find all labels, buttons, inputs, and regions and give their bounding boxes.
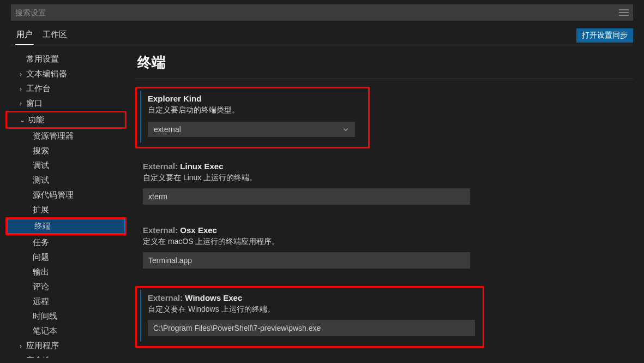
highlight-windows-exec: External: Windows Exec 自定义要在 Windows 上运行… [135,286,484,348]
sidebar-item-label: 窗口 [26,98,43,109]
sidebar-item-notebook[interactable]: 笔记本 [0,324,130,338]
setting-prefix: External: [143,225,180,235]
setting-title: External: Linux Exec [143,162,628,171]
search-input[interactable] [15,8,619,17]
setting-desc: 自定义要在 Windows 上运行的终端。 [148,305,474,314]
sidebar-item-search[interactable]: 搜索 [0,144,130,158]
sidebar-item-features[interactable]: ⌄ 功能 [7,112,125,127]
setting-title: External: Osx Exec [143,225,628,235]
sidebar-item-tasks[interactable]: 任务 [0,235,130,250]
sidebar-item-label: 工作台 [26,84,51,94]
setting-title: External: Windows Exec [148,293,474,302]
chevron-right-icon: › [16,357,25,359]
settings-sidebar: 常用设置 › 文本编辑器 › 工作台 › 窗口 ⌄ 功能 资源管理器 搜索 调试… [0,45,130,358]
chevron-down-icon: ⌄ [18,116,27,124]
sidebar-item-problems[interactable]: 问题 [0,250,130,265]
dropdown-value: external [154,125,181,134]
hamburger-icon[interactable] [619,9,629,16]
setting-name: Windows Exec [185,293,242,302]
sidebar-item-comments[interactable]: 评论 [0,279,130,294]
setting-osx-exec: External: Osx Exec 定义在 macOS 上运行的终端应用程序。 [135,222,633,274]
settings-content: 终端 Explorer Kind 自定义要启动的终端类型。 external E… [130,45,644,358]
setting-explorer-kind: Explorer Kind 自定义要启动的终端类型。 external [140,91,365,142]
settings-scope-tabs: 用户 工作区 打开设置同步 [15,26,633,45]
osx-exec-input[interactable] [143,252,470,269]
highlight-features: ⌄ 功能 [5,111,127,129]
sidebar-item-window[interactable]: › 窗口 [0,96,130,111]
setting-name: Explorer Kind [148,94,201,103]
title-underline [135,79,633,79]
chevron-right-icon: › [16,85,25,93]
sidebar-item-text-editor[interactable]: › 文本编辑器 [0,67,130,81]
chevron-right-icon: › [16,100,25,108]
open-settings-sync-button[interactable]: 打开设置同步 [576,28,633,43]
setting-windows-exec: External: Windows Exec 自定义要在 Windows 上运行… [140,290,479,342]
sidebar-item-common[interactable]: 常用设置 [0,52,130,67]
sidebar-item-test[interactable]: 测试 [0,173,130,188]
sidebar-item-extensions[interactable]: 扩展 [0,203,130,217]
sidebar-item-application[interactable]: › 应用程序 [0,338,130,353]
sidebar-item-debug[interactable]: 调试 [0,158,130,173]
sidebar-item-label: 功能 [28,115,44,125]
setting-prefix: External: [143,162,180,171]
setting-desc: 定义在 macOS 上运行的终端应用程序。 [143,237,628,247]
sidebar-item-output[interactable]: 输出 [0,265,130,279]
page-title: 终端 [137,53,633,72]
sidebar-item-resource-manager[interactable]: 资源管理器 [0,129,130,144]
setting-desc: 自定义要在 Linux 上运行的终端。 [143,173,628,183]
setting-prefix: External: [148,293,185,302]
sidebar-item-workbench[interactable]: › 工作台 [0,81,130,96]
sidebar-item-remote[interactable]: 远程 [0,294,130,309]
setting-linux-exec: External: Linux Exec 自定义要在 Linux 上运行的终端。 [135,158,633,210]
setting-name: Linux Exec [180,162,223,171]
tab-workspace[interactable]: 工作区 [41,26,68,45]
linux-exec-input[interactable] [143,188,470,205]
chevron-down-icon [342,126,349,133]
windows-exec-input[interactable] [148,320,475,336]
settings-search-bar[interactable] [11,4,633,21]
chevron-right-icon: › [16,342,25,350]
highlight-terminal: 终端 [5,217,127,235]
explorer-kind-dropdown[interactable]: external [148,122,355,137]
sidebar-item-timeline[interactable]: 时间线 [0,309,130,324]
sidebar-item-security[interactable]: › 安全性 [0,353,130,358]
sidebar-item-label: 文本编辑器 [26,69,67,79]
setting-desc: 自定义要启动的终端类型。 [148,105,359,115]
setting-name: Osx Exec [180,225,217,235]
sidebar-item-terminal[interactable]: 终端 [7,219,125,234]
setting-title: Explorer Kind [148,94,359,103]
highlight-explorer-kind: Explorer Kind 自定义要启动的终端类型。 external [135,87,370,148]
sidebar-item-scm[interactable]: 源代码管理 [0,188,130,203]
sidebar-item-label: 安全性 [26,355,51,358]
tab-user[interactable]: 用户 [15,26,34,45]
sidebar-item-label: 应用程序 [26,341,59,351]
chevron-right-icon: › [16,70,25,78]
